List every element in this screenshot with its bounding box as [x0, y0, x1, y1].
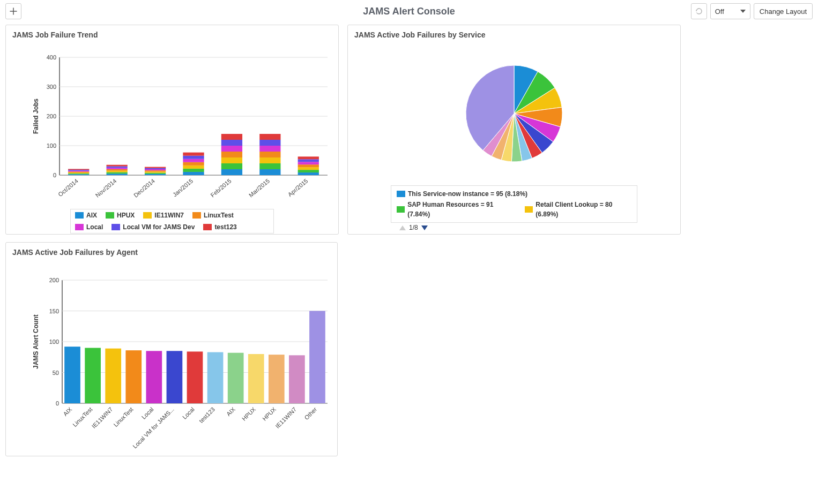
svg-rect-67 — [298, 156, 319, 159]
svg-text:Feb/2015: Feb/2015 — [209, 177, 232, 198]
svg-text:AIX: AIX — [225, 405, 236, 417]
svg-text:Nov/2014: Nov/2014 — [94, 177, 118, 198]
legend-item[interactable]: SAP Human Resources = 91 (7.84%) — [397, 200, 512, 219]
legend-item[interactable]: HPUX — [106, 212, 135, 219]
legend-item[interactable]: This Service-now instance = 95 (8.18%) — [397, 189, 527, 199]
topbar: JAMS Alert Console Off Change Layout — [5, 3, 813, 19]
svg-text:Local VM for JAMS...: Local VM for JAMS... — [131, 406, 175, 450]
refresh-interval-value: Off — [715, 7, 724, 16]
svg-rect-14 — [68, 174, 89, 175]
svg-text:AIX: AIX — [62, 405, 73, 417]
svg-rect-90 — [146, 351, 162, 403]
svg-rect-18 — [68, 170, 89, 171]
svg-rect-88 — [125, 350, 142, 403]
panel-service: JAMS Active Job Failures by Service This… — [347, 25, 681, 235]
svg-text:100: 100 — [47, 142, 56, 149]
legend-item[interactable]: Local — [75, 223, 103, 231]
svg-text:Dec/2014: Dec/2014 — [132, 177, 156, 198]
panel-trend: JAMS Job Failure Trend 0100200300400Fail… — [5, 25, 339, 235]
svg-rect-57 — [259, 146, 280, 152]
legend-item[interactable]: Retail Client Lookup = 80 (6.89%) — [525, 200, 631, 219]
svg-rect-40 — [183, 162, 204, 166]
svg-rect-64 — [298, 164, 319, 167]
refresh-icon — [695, 7, 703, 16]
svg-rect-61 — [298, 172, 319, 175]
svg-text:Mar/2015: Mar/2015 — [248, 177, 271, 198]
svg-text:Jan/2015: Jan/2015 — [172, 177, 194, 198]
topbar-right: Off Change Layout — [691, 3, 813, 19]
chart-service-pie[interactable] — [348, 41, 680, 180]
pager-text: 1/8 — [409, 224, 418, 231]
svg-rect-59 — [259, 134, 280, 140]
svg-text:400: 400 — [47, 54, 56, 61]
pager-prev-icon[interactable] — [399, 225, 406, 230]
svg-rect-49 — [221, 146, 242, 152]
svg-text:0: 0 — [53, 172, 56, 178]
svg-text:200: 200 — [49, 277, 59, 283]
svg-rect-31 — [145, 171, 166, 172]
svg-rect-65 — [298, 162, 319, 164]
svg-rect-82 — [64, 347, 80, 403]
svg-text:IE11WIN7: IE11WIN7 — [274, 406, 298, 430]
svg-rect-29 — [145, 174, 166, 175]
svg-rect-41 — [183, 159, 204, 162]
chevron-down-icon — [740, 10, 746, 13]
refresh-button[interactable] — [691, 3, 707, 19]
svg-rect-63 — [298, 167, 319, 170]
pager-next-icon[interactable] — [421, 225, 428, 230]
legend-item[interactable]: AIX — [75, 212, 97, 219]
chart-trend[interactable]: 0100200300400Failed JobsOct/2014Nov/2014… — [6, 41, 338, 207]
svg-rect-13 — [68, 174, 89, 175]
svg-rect-102 — [269, 355, 285, 403]
svg-text:150: 150 — [49, 308, 59, 314]
svg-rect-45 — [221, 169, 242, 175]
svg-rect-38 — [183, 169, 204, 172]
svg-text:HPUX: HPUX — [241, 405, 257, 422]
legend-item[interactable]: test123 — [203, 223, 236, 231]
svg-rect-104 — [289, 355, 305, 403]
svg-rect-27 — [107, 165, 128, 167]
svg-rect-106 — [309, 311, 325, 404]
svg-text:JAMS Alert Count: JAMS Alert Count — [32, 314, 40, 369]
svg-text:200: 200 — [47, 113, 56, 119]
svg-rect-66 — [298, 159, 319, 162]
chart-trend-legend: AIXHPUXIE11WIN7LinuxTestLocalLocal VM fo… — [70, 209, 274, 234]
legend-item[interactable]: IE11WIN7 — [143, 212, 184, 219]
svg-text:300: 300 — [47, 84, 56, 90]
change-layout-label: Change Layout — [760, 7, 807, 16]
svg-rect-39 — [183, 166, 204, 169]
svg-rect-33 — [145, 169, 166, 170]
svg-text:Failed Jobs: Failed Jobs — [32, 99, 40, 134]
svg-rect-34 — [145, 168, 166, 169]
legend-item[interactable]: LinuxTest — [192, 212, 234, 219]
chart-agent[interactable]: 050100150200JAMS Alert CountAIXLinuxTest… — [6, 259, 338, 452]
add-button[interactable] — [5, 3, 21, 19]
chart-service-pager: 1/8 — [399, 224, 674, 231]
svg-rect-96 — [207, 352, 224, 403]
refresh-interval-select[interactable]: Off — [710, 3, 750, 19]
svg-text:100: 100 — [49, 338, 59, 345]
svg-text:Oct/2014: Oct/2014 — [57, 177, 79, 198]
legend-item[interactable]: Local VM for JAMS Dev — [111, 223, 195, 231]
svg-rect-86 — [105, 349, 121, 403]
svg-text:HPUX: HPUX — [261, 405, 278, 422]
svg-text:0: 0 — [56, 400, 59, 407]
svg-rect-58 — [259, 140, 280, 146]
change-layout-button[interactable]: Change Layout — [754, 3, 813, 19]
plus-icon — [10, 7, 17, 15]
panel-agent: JAMS Active Job Failures by Agent 050100… — [5, 242, 338, 456]
svg-text:Local: Local — [181, 406, 196, 420]
svg-rect-98 — [228, 353, 244, 403]
svg-rect-37 — [183, 172, 204, 175]
svg-text:Local: Local — [140, 406, 155, 420]
panel-trend-title: JAMS Job Failure Trend — [6, 25, 338, 41]
svg-rect-51 — [221, 134, 242, 140]
svg-text:IE11WIN7: IE11WIN7 — [91, 406, 114, 430]
svg-rect-15 — [68, 172, 89, 174]
dashboard-row-2: JAMS Active Job Failures by Agent 050100… — [5, 242, 813, 456]
svg-rect-48 — [221, 152, 242, 157]
chart-service-legend: This Service-now instance = 95 (8.18%)SA… — [391, 185, 637, 223]
svg-rect-54 — [259, 163, 280, 169]
dashboard-row-1: JAMS Job Failure Trend 0100200300400Fail… — [5, 25, 813, 235]
svg-rect-94 — [187, 351, 203, 403]
